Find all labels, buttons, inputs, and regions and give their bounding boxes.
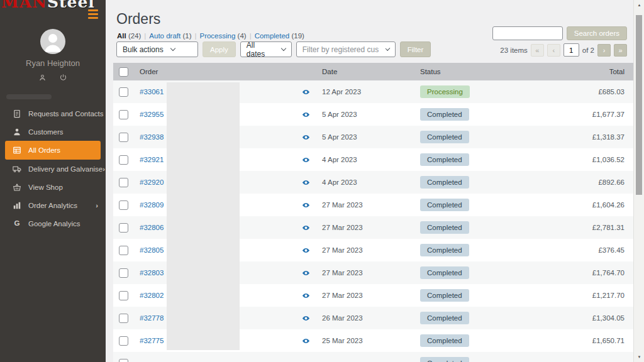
preview-eye-icon[interactable] xyxy=(302,246,310,255)
view-link-all[interactable]: All (24) xyxy=(117,32,141,40)
order-number-link[interactable]: #32802 xyxy=(140,292,164,299)
search-area: Search orders xyxy=(492,26,627,40)
order-number-link[interactable]: #32955 xyxy=(140,111,164,118)
preview-eye-icon[interactable] xyxy=(302,156,310,164)
select-row-checkbox[interactable] xyxy=(119,291,128,300)
preview-eye-icon[interactable] xyxy=(302,178,310,187)
customer-filter-select[interactable]: Filter by registered customer xyxy=(296,41,396,57)
select-row-checkbox[interactable] xyxy=(119,200,128,210)
last-page-button[interactable]: » xyxy=(614,44,627,57)
status-badge: Completed xyxy=(420,176,469,189)
vertical-scrollbar[interactable]: ▲ ▼ xyxy=(633,0,644,362)
select-row-checkbox[interactable] xyxy=(119,155,128,165)
select-all-checkbox[interactable] xyxy=(119,67,128,77)
select-row-checkbox[interactable] xyxy=(119,359,128,362)
order-number-link[interactable]: #32778 xyxy=(140,314,164,322)
status-badge: Completed xyxy=(420,266,469,279)
orders-icon xyxy=(13,146,22,155)
order-number-link[interactable]: #32805 xyxy=(140,246,164,254)
scrollbar-thumb[interactable] xyxy=(636,15,642,195)
select-row-checkbox[interactable] xyxy=(119,336,128,346)
preview-eye-icon[interactable] xyxy=(302,133,310,141)
current-page-input[interactable] xyxy=(564,43,579,57)
prev-page-button: ‹ xyxy=(547,44,560,57)
select-row-checkbox[interactable] xyxy=(119,314,128,323)
column-header-total[interactable]: Total xyxy=(536,68,633,75)
google-icon: G xyxy=(13,219,22,228)
scroll-down-icon[interactable]: ▼ xyxy=(634,352,644,362)
select-row-checkbox[interactable] xyxy=(119,178,128,187)
svg-text:G: G xyxy=(14,219,19,227)
select-row-checkbox[interactable] xyxy=(119,110,128,119)
order-number-link[interactable]: #32803 xyxy=(140,269,164,277)
preview-eye-icon[interactable] xyxy=(302,269,310,277)
order-date: 25 Mar 2023 xyxy=(322,337,420,344)
filter-button[interactable]: Filter xyxy=(400,41,431,57)
select-row-checkbox[interactable] xyxy=(119,246,128,255)
status-badge: Completed xyxy=(420,153,469,166)
column-header-order[interactable]: Order xyxy=(140,68,302,75)
document-icon xyxy=(13,109,22,118)
logout-power-icon[interactable] xyxy=(59,73,67,84)
preview-eye-icon[interactable] xyxy=(302,292,310,300)
profile-icon[interactable] xyxy=(38,73,47,84)
order-number-link[interactable]: #32809 xyxy=(140,201,164,209)
preview-eye-icon[interactable] xyxy=(302,337,310,345)
order-number-link[interactable]: #32921 xyxy=(140,156,164,163)
sidebar-item-requests-and-contacts[interactable]: Requests and Contacts xyxy=(0,104,106,123)
order-number-link[interactable]: #32775 xyxy=(140,337,164,344)
bulk-actions-select[interactable]: Bulk actions xyxy=(116,41,198,57)
menu-divider xyxy=(6,94,52,99)
order-number-link[interactable]: #32806 xyxy=(140,224,164,231)
order-number-link[interactable]: #33061 xyxy=(140,88,164,96)
select-row-checkbox[interactable] xyxy=(119,268,128,278)
table-row: Completed xyxy=(113,352,633,362)
status-badge: Completed xyxy=(420,108,469,121)
order-date: 4 Apr 2023 xyxy=(322,156,420,163)
chevron-down-icon xyxy=(281,46,286,51)
view-link-completed[interactable]: Completed (19) xyxy=(255,32,304,40)
sidebar-item-google-analyics[interactable]: G Google Analyics xyxy=(0,214,106,233)
order-total: £2,781.31 xyxy=(536,224,633,231)
user-name: Ryan Heighton xyxy=(0,58,106,68)
sidebar-item-customers[interactable]: Customers xyxy=(0,123,106,141)
sidebar-item-all-orders[interactable]: All Orders xyxy=(5,141,101,160)
status-view-links: All (24)|Auto draft (1)|Processing (4)|C… xyxy=(117,32,304,40)
select-row-checkbox[interactable] xyxy=(119,133,128,142)
preview-eye-icon[interactable] xyxy=(302,224,310,232)
search-orders-button[interactable]: Search orders xyxy=(567,26,627,40)
dates-select[interactable]: All dates xyxy=(240,41,292,57)
preview-eye-icon[interactable] xyxy=(302,88,310,96)
view-link-auto-draft[interactable]: Auto draft (1) xyxy=(149,32,191,40)
column-header-status[interactable]: Status xyxy=(420,68,536,75)
search-orders-input[interactable] xyxy=(492,26,563,40)
order-total: £1,677.37 xyxy=(536,111,633,118)
page-title: Orders xyxy=(116,11,160,28)
select-row-checkbox[interactable] xyxy=(119,87,128,97)
sidebar-item-delivery-and-galvanise[interactable]: Delivery and Galvanise › xyxy=(0,160,106,178)
order-total: £1,217.70 xyxy=(536,292,633,299)
user-icon xyxy=(13,127,22,136)
sidebar-item-order-analytics[interactable]: Order Analytics › xyxy=(0,196,106,214)
basket-icon xyxy=(13,182,22,192)
order-date: 27 Mar 2023 xyxy=(322,246,420,254)
apply-button[interactable]: Apply xyxy=(203,41,236,57)
preview-eye-icon[interactable] xyxy=(302,111,310,119)
order-number-link[interactable]: #32920 xyxy=(140,178,164,186)
scroll-up-icon[interactable]: ▲ xyxy=(634,0,644,10)
view-link-processing[interactable]: Processing (4) xyxy=(199,32,246,40)
preview-eye-icon[interactable] xyxy=(302,314,310,322)
status-badge: Completed xyxy=(420,289,469,302)
chevron-down-icon xyxy=(385,46,390,51)
sidebar-item-view-shop[interactable]: View Shop xyxy=(0,178,106,196)
preview-eye-icon[interactable] xyxy=(302,201,310,209)
pagination: 23 items « ‹ of 2 › » xyxy=(500,43,627,57)
next-page-button[interactable]: › xyxy=(597,44,611,57)
column-header-date[interactable]: Date xyxy=(322,68,420,75)
items-count: 23 items xyxy=(500,47,527,54)
hamburger-menu-icon[interactable] xyxy=(88,9,98,21)
select-row-checkbox[interactable] xyxy=(119,223,128,233)
order-number-link[interactable]: #32938 xyxy=(140,133,164,141)
order-total: £376.45 xyxy=(536,246,633,254)
order-total: £1,650.71 xyxy=(536,337,633,344)
